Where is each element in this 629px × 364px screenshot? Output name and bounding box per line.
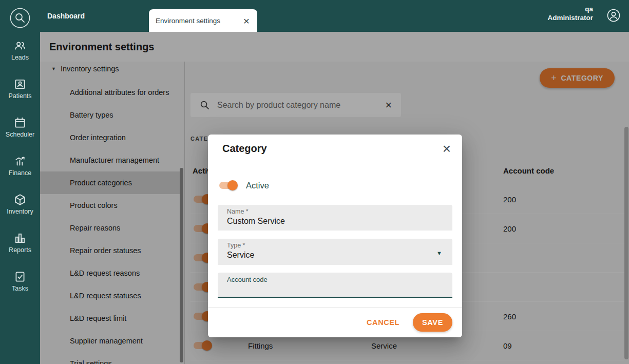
name-field-label: Name * [227, 208, 443, 215]
calendar-icon [13, 116, 27, 129]
sidebar-item-reports[interactable]: Reports [0, 232, 40, 260]
sidebar-item-label: Patients [8, 92, 31, 100]
clipboard-check-icon [13, 270, 27, 283]
save-button[interactable]: SAVE [413, 313, 452, 332]
active-toggle[interactable] [218, 180, 238, 191]
top-bar: Dashboard Environment settings × qa Admi… [40, 0, 629, 32]
patient-card-icon [13, 78, 27, 91]
user-role: Administrator [547, 13, 593, 22]
active-toggle-label: Active [246, 181, 269, 190]
cube-icon [13, 193, 27, 206]
account-code-field[interactable]: Account code [218, 273, 452, 298]
dashboard-link[interactable]: Dashboard [47, 0, 85, 32]
type-select-value: Service [227, 251, 443, 260]
account-code-input[interactable] [227, 285, 443, 294]
search-icon [10, 8, 30, 28]
tab-environment-settings[interactable]: Environment settings × [149, 9, 257, 32]
sidebar-item-label: Leads [11, 54, 29, 61]
type-select-label: Type * [227, 242, 443, 249]
user-name: qa [547, 5, 593, 13]
sidebar-item-label: Finance [9, 169, 31, 177]
tab-close-icon[interactable]: × [242, 15, 251, 26]
sidebar-item-label: Reports [9, 246, 31, 254]
sidebar-item-label: Scheduler [6, 131, 34, 138]
active-toggle-row: Active [218, 180, 269, 191]
category-dialog: Category × Active Name * Custom Service … [208, 135, 462, 337]
toggle-knob [227, 180, 238, 190]
user-menu-button[interactable] [606, 8, 621, 23]
dialog-header: Category × [208, 135, 462, 163]
sidebar-item-scheduler[interactable]: Scheduler [0, 116, 40, 145]
dialog-footer: CANCEL SAVE [208, 307, 462, 337]
sidebar-item-finance[interactable]: Finance [0, 155, 40, 183]
account-code-field-label: Account code [227, 276, 443, 283]
sidebar-item-leads[interactable]: Leads [0, 39, 40, 68]
dropdown-caret-icon: ▼ [436, 250, 442, 256]
global-search-button[interactable] [10, 8, 30, 28]
sidebar-item-label: Tasks [12, 285, 28, 292]
name-field[interactable]: Name * Custom Service [218, 205, 452, 231]
people-icon [13, 39, 27, 52]
dialog-title: Category [222, 143, 443, 155]
bar-chart-icon [13, 232, 27, 245]
sidebar-items: Leads Patients Scheduler Finance Invento… [0, 39, 40, 299]
sidebar-item-inventory[interactable]: Inventory [0, 193, 40, 222]
sidebar-item-tasks[interactable]: Tasks [0, 270, 40, 299]
name-field-value: Custom Service [227, 217, 443, 226]
sidebar-item-patients[interactable]: Patients [0, 78, 40, 106]
user-info: qa Administrator [547, 5, 593, 22]
type-select[interactable]: Type * Service ▼ [218, 239, 452, 265]
app-sidebar: Leads Patients Scheduler Finance Invento… [0, 0, 40, 364]
cancel-button[interactable]: CANCEL [367, 318, 399, 327]
tab-label: Environment settings [156, 17, 242, 25]
sidebar-item-label: Inventory [7, 208, 33, 215]
finance-chart-icon [13, 155, 27, 168]
dialog-close-icon[interactable]: × [443, 142, 451, 156]
avatar-icon [606, 8, 621, 23]
